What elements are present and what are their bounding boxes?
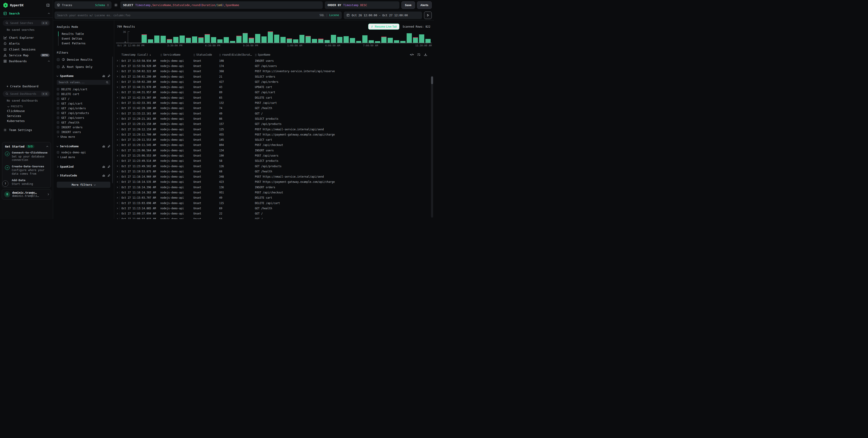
filter-value-row[interactable]: GET /api/orders bbox=[57, 106, 111, 111]
column-header-spanname[interactable]: SpanName bbox=[255, 53, 428, 56]
table-row[interactable]: Oct 27 11:29:11.700 AMnodejs-demo-apiUns… bbox=[114, 132, 434, 137]
denoise-results-toggle[interactable]: Denoise Results bbox=[57, 57, 111, 62]
expand-chevron-icon[interactable] bbox=[117, 128, 118, 130]
root-spans-only-toggle[interactable]: Root Spans Only bbox=[57, 65, 111, 69]
expand-chevron-icon[interactable] bbox=[117, 108, 118, 109]
wrap-text-icon[interactable] bbox=[417, 53, 421, 56]
events-histogram[interactable]: 36 0 Oct 26 12:00:00 PM3:30:00 PM6:30:00… bbox=[116, 31, 432, 47]
table-row[interactable]: Oct 27 11:13:14.885 AMnodejs-demo-apiUns… bbox=[114, 206, 434, 211]
help-button[interactable]: ? bbox=[2, 180, 8, 187]
checkbox[interactable] bbox=[57, 58, 60, 61]
table-row[interactable]: Oct 27 11:50:02.299 AMnodejs-demo-apiUns… bbox=[114, 74, 434, 79]
filter-value-row[interactable]: INSERT orders bbox=[57, 125, 111, 129]
table-row[interactable]: Oct 27 11:29:12.159 AMnodejs-demo-apiUns… bbox=[114, 127, 434, 132]
spanname-show-more[interactable]: Show more bbox=[57, 135, 111, 139]
table-row[interactable]: Oct 27 11:16:14.383 AMnodejs-demo-apiUns… bbox=[114, 190, 434, 195]
expand-chevron-icon[interactable] bbox=[117, 97, 118, 98]
expand-chevron-icon[interactable] bbox=[117, 76, 118, 77]
save-button[interactable]: Save bbox=[401, 1, 415, 9]
table-row[interactable]: Oct 27 11:50:02.322 AMnodejs-demo-apiUns… bbox=[114, 69, 434, 74]
checkbox[interactable] bbox=[57, 117, 59, 119]
expand-chevron-icon[interactable] bbox=[117, 86, 118, 88]
table-scrollbar[interactable] bbox=[431, 76, 433, 217]
chevron-up-icon[interactable] bbox=[48, 13, 50, 15]
filter-group-spankind[interactable]: SpanKind bbox=[57, 165, 111, 168]
checkbox[interactable] bbox=[57, 93, 59, 95]
saved-dashboards-input[interactable] bbox=[10, 92, 39, 95]
filter-group-servicename[interactable]: ServiceName bbox=[57, 145, 111, 148]
event-search-input[interactable] bbox=[57, 13, 317, 17]
table-row[interactable]: Oct 27 11:29:11.553 AMnodejs-demo-apiUns… bbox=[114, 137, 434, 142]
analysis-mode-event-deltas[interactable]: Event Deltas bbox=[58, 36, 111, 41]
expand-chevron-icon[interactable] bbox=[117, 213, 118, 214]
expand-chevron-icon[interactable] bbox=[117, 102, 118, 104]
filter-value-row[interactable]: DELETE cart bbox=[57, 92, 111, 96]
checkbox[interactable] bbox=[57, 151, 59, 154]
checkbox[interactable] bbox=[57, 88, 59, 90]
event-search-field[interactable]: SQL | Lucene bbox=[55, 11, 342, 19]
table-row[interactable]: Oct 27 11:29:11.545 AMnodejs-demo-apiUns… bbox=[114, 143, 434, 148]
preset-kubernetes[interactable]: Kubernetes bbox=[0, 119, 53, 123]
filter-value-row[interactable]: GET /api/products bbox=[57, 111, 111, 115]
expand-chevron-icon[interactable] bbox=[117, 118, 118, 119]
expand-chevron-icon[interactable] bbox=[117, 113, 118, 114]
filter-value-row[interactable]: DELETE /api/cart bbox=[57, 87, 111, 92]
table-row[interactable]: Oct 27 11:23:49.514 AMnodejs-demo-apiUns… bbox=[114, 158, 434, 164]
run-query-button[interactable] bbox=[424, 11, 432, 19]
order-by-input[interactable]: ORDER BY Timestamp DESC bbox=[325, 1, 399, 9]
create-dashboard-button[interactable]: + Create Dashboard bbox=[0, 84, 53, 88]
expand-chevron-icon[interactable] bbox=[117, 139, 118, 141]
table-row[interactable]: Oct 27 11:33:22.161 AMnodejs-demo-apiUns… bbox=[114, 111, 434, 116]
alerts-button[interactable]: Alerts bbox=[417, 1, 432, 9]
filter-group-spanname[interactable]: SpanName bbox=[57, 74, 111, 78]
checkbox[interactable] bbox=[57, 102, 59, 105]
sidebar-item-chart-explorer[interactable]: Chart Explorer bbox=[0, 35, 53, 40]
column-header-duration[interactable]: round(divide(Durat… bbox=[219, 53, 255, 56]
expand-chevron-icon[interactable] bbox=[117, 155, 118, 156]
bar-chart-icon[interactable] bbox=[102, 174, 105, 177]
expand-chevron-icon[interactable] bbox=[117, 165, 118, 167]
filters-scrollbar[interactable] bbox=[112, 57, 113, 183]
table-row[interactable]: Oct 27 11:16:14.960 AMnodejs-demo-apiUns… bbox=[114, 174, 434, 179]
time-range-picker[interactable]: Oct 26 12:00:00 - Oct 27 12:00:00 bbox=[344, 11, 422, 19]
sidebar-item-service-map[interactable]: Service Map BETA bbox=[0, 52, 53, 58]
expand-chevron-icon[interactable] bbox=[117, 160, 118, 162]
saved-searches-search[interactable]: ⌘ K bbox=[3, 20, 50, 26]
sql-toggle[interactable]: SQL bbox=[319, 13, 324, 17]
drag-handle-icon[interactable] bbox=[193, 54, 195, 56]
sidebar-item-team-settings[interactable]: Team Settings bbox=[0, 127, 53, 133]
expand-chevron-icon[interactable] bbox=[117, 218, 118, 219]
source-settings-gear-icon[interactable] bbox=[114, 3, 118, 7]
lucene-toggle[interactable]: Lucene bbox=[329, 13, 339, 17]
get-started-item[interactable]: Create Data Sources Configure where your… bbox=[5, 165, 48, 176]
filter-value-row[interactable]: GET / bbox=[57, 96, 111, 101]
column-header-statuscode[interactable]: StatusCode bbox=[193, 53, 219, 56]
table-row[interactable]: Oct 27 11:25:06.564 AMnodejs-demo-apiUns… bbox=[114, 148, 434, 153]
pin-icon[interactable] bbox=[107, 75, 111, 77]
preset-services[interactable]: Services bbox=[0, 114, 53, 118]
servicename-load-more[interactable]: Load more bbox=[57, 155, 111, 159]
checkbox[interactable] bbox=[57, 121, 59, 124]
expand-chevron-icon[interactable] bbox=[117, 150, 118, 151]
bar-chart-icon[interactable] bbox=[102, 165, 105, 168]
user-menu[interactable]: D dominic.tran@c… dominic.tran@cli… bbox=[2, 189, 51, 200]
chevron-up-icon[interactable] bbox=[48, 60, 50, 62]
histogram-plot[interactable] bbox=[128, 31, 432, 43]
expand-chevron-icon[interactable] bbox=[117, 134, 118, 135]
pin-icon[interactable] bbox=[107, 145, 111, 148]
get-started-item[interactable]: Connect to ClickHouse Set up your databa… bbox=[5, 151, 48, 162]
expand-chevron-icon[interactable] bbox=[117, 144, 118, 146]
resume-live-tail-button[interactable]: Resume Live Tail bbox=[368, 24, 399, 30]
table-row[interactable]: Oct 27 11:53:58.920 AMnodejs-demo-apiUns… bbox=[114, 63, 434, 68]
expand-chevron-icon[interactable] bbox=[117, 192, 118, 193]
download-icon[interactable] bbox=[424, 53, 427, 56]
table-row[interactable]: Oct 27 11:09:37.094 AMnodejs-demo-apiUns… bbox=[114, 211, 434, 216]
table-row[interactable]: Oct 27 11:44:31.970 AMnodejs-demo-apiUns… bbox=[114, 84, 434, 90]
expand-chevron-icon[interactable] bbox=[117, 81, 118, 83]
bar-chart-icon[interactable] bbox=[102, 145, 105, 148]
filter-value-row[interactable]: nodejs-demo-api bbox=[57, 150, 111, 155]
presets-toggle[interactable]: PRESETS bbox=[8, 105, 53, 108]
sidebar-item-client-sessions[interactable]: Client Sessions bbox=[0, 47, 53, 52]
more-filters-button[interactable]: More filters bbox=[57, 182, 111, 188]
saved-searches-input[interactable] bbox=[10, 22, 39, 25]
